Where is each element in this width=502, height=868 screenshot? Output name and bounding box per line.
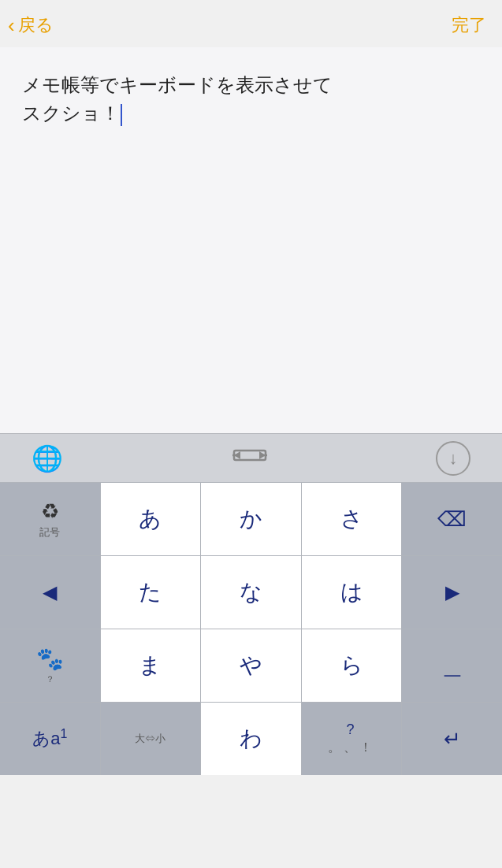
underscore-key[interactable]: ＿ bbox=[402, 629, 502, 702]
left-arrow-key[interactable]: ◀ bbox=[0, 556, 101, 629]
key-ka-label: か bbox=[240, 504, 262, 534]
down-arrow-icon: ↓ bbox=[449, 448, 458, 469]
key-ta[interactable]: た bbox=[101, 556, 202, 629]
note-line1: メモ帳等でキーボードを表示させて bbox=[22, 74, 333, 95]
key-a[interactable]: あ bbox=[101, 483, 202, 555]
emoji-faces-icon: 🐾 bbox=[36, 646, 64, 672]
key-ha[interactable]: は bbox=[302, 556, 403, 629]
note-area[interactable]: メモ帳等でキーボードを表示させて スクショ！ bbox=[0, 47, 502, 433]
left-arrow-icon: ◀ bbox=[43, 581, 57, 603]
right-arrow-icon: ▶ bbox=[445, 581, 459, 603]
key-a-label: あ bbox=[139, 504, 162, 534]
punctuation-key[interactable]: ? 。、！ bbox=[302, 703, 403, 775]
right-arrow-key[interactable]: ▶ bbox=[402, 556, 502, 629]
loop-icon: ♻ bbox=[41, 499, 59, 524]
key-ta-label: た bbox=[139, 577, 162, 607]
dakuten-key[interactable]: 大⇔小 bbox=[101, 703, 202, 775]
dakuten-label: 大⇔小 bbox=[135, 732, 165, 746]
globe-icon[interactable]: 🌐 bbox=[32, 443, 63, 473]
key-ma-label: ま bbox=[139, 651, 162, 681]
emoji-action-key[interactable]: 🐾 ？ bbox=[0, 629, 101, 702]
punct-top: ? bbox=[347, 721, 357, 738]
keyboard-toolbar: 🌐 ↓ bbox=[0, 433, 502, 482]
nav-bar: ‹ 戻る 完了 bbox=[0, 0, 502, 47]
aa-top-label: あa1 bbox=[32, 727, 67, 751]
keyboard-row-2: ◀ た な は ▶ bbox=[0, 555, 502, 629]
key-ra-label: ら bbox=[340, 651, 363, 681]
backspace-icon: ⌫ bbox=[437, 507, 467, 532]
key-ma[interactable]: ま bbox=[101, 629, 202, 702]
key-wa[interactable]: わ bbox=[201, 703, 302, 775]
note-text: メモ帳等でキーボードを表示させて スクショ！ bbox=[22, 71, 480, 128]
note-line2: スクショ！ bbox=[22, 102, 120, 124]
enter-key[interactable]: ↵ bbox=[402, 703, 502, 775]
back-label: 戻る bbox=[18, 13, 54, 37]
key-wa-label: わ bbox=[240, 724, 262, 754]
input-mode-key[interactable]: あa1 bbox=[0, 703, 101, 775]
backspace-key[interactable]: ⌫ bbox=[402, 483, 502, 555]
back-button[interactable]: ‹ 戻る bbox=[8, 13, 54, 38]
key-ya-label: や bbox=[240, 651, 262, 681]
chevron-left-icon: ‹ bbox=[8, 13, 15, 38]
key-sa[interactable]: さ bbox=[302, 483, 403, 555]
keyboard-row-4: あa1 大⇔小 わ ? 。、！ ↵ bbox=[0, 702, 502, 775]
text-cursor bbox=[121, 104, 122, 126]
keyboard-row-1: ♻ 記号 あ か さ ⌫ bbox=[0, 482, 502, 555]
key-sa-label: さ bbox=[340, 504, 363, 534]
underscore-label: ＿ bbox=[441, 650, 464, 682]
key-na-label: な bbox=[240, 577, 262, 607]
resize-icon[interactable] bbox=[232, 444, 267, 472]
keyboard-row-3: 🐾 ？ ま や ら ＿ bbox=[0, 629, 502, 702]
keyboard: ♻ 記号 あ か さ ⌫ ◀ た な は ▶ bbox=[0, 482, 502, 775]
dismiss-keyboard-button[interactable]: ↓ bbox=[436, 441, 470, 476]
special-key[interactable]: ♻ 記号 bbox=[0, 483, 101, 555]
key-ra[interactable]: ら bbox=[302, 629, 403, 702]
key-ha-label: は bbox=[340, 577, 363, 607]
enter-icon: ↵ bbox=[444, 727, 461, 751]
key-ya[interactable]: や bbox=[201, 629, 302, 702]
key-ka[interactable]: か bbox=[201, 483, 302, 555]
key-na[interactable]: な bbox=[201, 556, 302, 629]
punct-bottom: 。、！ bbox=[328, 740, 375, 756]
done-button[interactable]: 完了 bbox=[452, 13, 486, 37]
